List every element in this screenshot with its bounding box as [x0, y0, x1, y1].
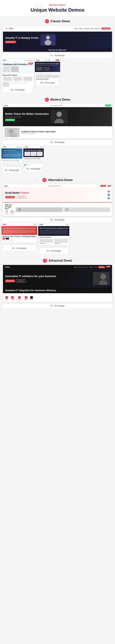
alt-03-browser: evfox Menu We Are The Best Insurance Com…: [38, 223, 69, 249]
modern-01-sub: Incididunt ut labore et dolore magna ali…: [3, 126, 112, 138]
modern-02-browser: evfox Menu More Connecting People And In…: [1, 146, 22, 168]
classic-02-03-row: evfox Home Pages Work NEW! Challenges wi…: [1, 59, 114, 92]
alt-03-footer: [39, 245, 68, 248]
proj-img-3: [52, 74, 59, 78]
alt-img-2: [63, 207, 110, 212]
scalability-label: Scalability: [10, 299, 15, 300]
classic-03-mock: evfox Home Pages NEW! Data Sciences and …: [35, 59, 60, 80]
logo-1: [2, 161, 6, 163]
adv-nav-links: Home Services About Portfolio Blog: [74, 266, 97, 268]
alt-new-badge: NEW!: [108, 185, 111, 186]
alt-hero-title: Build Better Future: [5, 191, 106, 194]
modern-01-nav: evfox Home Services About Blog Contact: [3, 104, 112, 107]
feature-deploy: Deploy: [5, 296, 8, 300]
modern-03-footer-img: [24, 160, 43, 164]
sub-image: [4, 128, 19, 137]
modern-02-mock: evfox Menu More Connecting People And In…: [1, 146, 22, 168]
adv-demo-label: Advanced Demo: [49, 259, 72, 262]
sub-title: Incididunt ut labore et dolore magna ali…: [21, 131, 111, 132]
small-card-3: [23, 76, 33, 82]
feature-market: Market: [30, 296, 33, 300]
new-badge-03: NEW!: [56, 60, 59, 61]
stats-row: 15 Set De Eiusmod 20+ Business Blog: [5, 210, 14, 215]
adv-hero-text: Innovative IT solutions for your busines…: [5, 274, 91, 282]
blog-img-2: [55, 239, 68, 242]
alt-02-content: We Are All In One IT Solution & Technolo…: [1, 235, 37, 246]
modern-02-lorem: Innovative Adipiscing Elite Set De Eiusm…: [3, 152, 21, 152]
team-photo-2: [31, 152, 36, 155]
team-photo-3: [37, 152, 42, 155]
alt-sub-imgs: [16, 207, 110, 212]
logo-ph-2: [6, 240, 10, 242]
stat-label-2: Business Blog: [10, 212, 14, 215]
modern-01-mock: evfox Home Services About Blog Contact B…: [3, 104, 112, 138]
check-icon: ✓: [45, 19, 49, 23]
bottom-space: [0, 309, 115, 312]
classic-01-mock: evfox Home Pages Our Work Blog Elementor…: [3, 26, 112, 52]
modern-01-browser: evfox Home Services About Blog Contact B…: [3, 104, 112, 138]
classic-02-content: We provide IT solutions: [1, 74, 34, 88]
modern-hero-btn[interactable]: Get Started: [5, 119, 15, 121]
separator-2: [0, 173, 115, 175]
alt-01-browser: evfox Home Services About Blog Contact N…: [3, 184, 112, 216]
alt-nav-btn[interactable]: Contact: [100, 185, 106, 187]
hero-image-2: [11, 66, 19, 72]
logo-ph-1: [2, 240, 6, 242]
stat-badges: 0% 102: [2, 238, 36, 240]
classic-demo-section: ✓ Classic Demo: [0, 16, 115, 26]
modern-01-wrapper: evfox Home Services About Blog Contact B…: [1, 104, 114, 145]
page-title: Unique Website Demos: [2, 7, 113, 13]
alt-hero-btn-2[interactable]: Learn More: [16, 196, 26, 198]
hero-btn[interactable]: Free Projects: [5, 41, 16, 43]
recent-text: Our recent launched projects: [36, 78, 59, 80]
adv-hero-title: Innovative IT solutions for your busines…: [5, 274, 91, 278]
blog-title-1: Lorem ipsum...: [40, 243, 53, 244]
read-text: Read They 31 for IT Consultant Blog: [24, 158, 43, 159]
team-photo-1: [25, 152, 30, 155]
classic-02-hero: NEW! Challenges with Innovative Ideas: [1, 62, 34, 74]
separator-1: [0, 93, 115, 94]
modern-03-mock: evfox Menu Our Powerful Team Members: [23, 146, 43, 166]
market-icon: [30, 296, 33, 299]
adv-btn-secondary[interactable]: Contact Us: [16, 280, 26, 282]
alt-hero-btn[interactable]: Get Started: [5, 196, 15, 198]
small-card-1: [2, 76, 12, 82]
alt-02-logos: [2, 240, 36, 242]
classic-03-label: 03 - Homepage: [36, 80, 59, 85]
classic-01-nav: evfox Home Pages Our Work Blog Elementor…: [3, 26, 112, 32]
alt-02-wrapper: evfox Menu Leading Source Of Innovation …: [1, 223, 37, 253]
nav-cta-btn[interactable]: Learn More: [102, 28, 111, 30]
alt-01-sub: How can we help you? 15 Set De Eiusmod 2…: [3, 202, 112, 216]
classic-03-nav: evfox Home Pages NEW!: [35, 59, 60, 62]
modern-nav-btn[interactable]: Contact: [105, 104, 111, 106]
how-help: How can we help you?: [3, 48, 112, 52]
adv-nav-btn[interactable]: Contact: [98, 266, 105, 268]
modern-03-content: Read They 31 for IT Consultant Blog: [23, 157, 43, 166]
advanced-demo-section: ✓ Advanced Demo: [0, 255, 115, 265]
dot-green: [108, 197, 110, 199]
maintain-label: Maintain: [24, 299, 28, 300]
dot-1: [26, 164, 28, 166]
dot-pink: [108, 190, 110, 192]
adv-01-nav: evfox Home Services About Portfolio Blog…: [3, 265, 112, 269]
devfox-label: Devfox Demo: [2, 4, 113, 6]
adv-01-mock: evfox Home Services About Portfolio Blog…: [3, 265, 112, 302]
provide-text: We provide IT solutions: [2, 74, 33, 76]
blog-title-2: Lorem ipsum...: [55, 243, 68, 244]
modern-03-browser: evfox Menu Our Powerful Team Members: [23, 146, 43, 166]
alt-01-nav: evfox Home Services About Blog Contact N…: [3, 184, 112, 188]
modern-02-content: Data Analytics, Contact And 1 Homepage: [1, 158, 22, 168]
feature-maintain: Maintain: [24, 296, 28, 300]
modern-03-wrapper: evfox Menu Our Powerful Team Members: [23, 146, 43, 173]
adv-01-label: 01 - Homepage: [3, 304, 112, 308]
adv-sub-title: Seamless IT integration for maximum effi…: [5, 289, 110, 292]
small-card-2: [13, 76, 23, 82]
nav-logo: evfox: [4, 26, 15, 31]
adv-01-hero: Innovative IT solutions for your busines…: [3, 269, 112, 288]
modern-demo-section: ✓ Modern Demo: [0, 94, 115, 104]
classic-01-hero: Simplify IT to Multiply Profits Free Pro…: [3, 32, 112, 48]
maintain-icon: [25, 296, 27, 299]
adv-btn-primary[interactable]: Read More: [5, 280, 15, 282]
classic-01-label: 01 - Homepage: [3, 53, 112, 58]
classic-03-hero: Data Sciences and success field Lorem ip…: [35, 62, 60, 72]
